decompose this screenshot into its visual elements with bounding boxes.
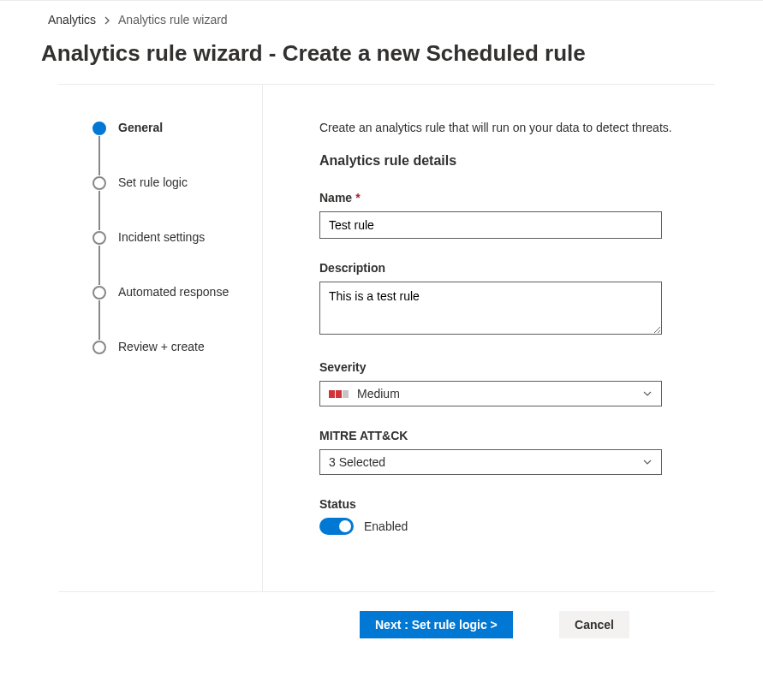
wizard-content: Create an analytics rule that will run o… — [262, 85, 715, 591]
step-label: Automated response — [118, 285, 229, 299]
step-dot-icon — [92, 122, 106, 135]
chevron-down-icon — [642, 457, 653, 467]
status-toggle[interactable] — [319, 518, 354, 535]
step-general[interactable]: General — [58, 121, 262, 175]
cancel-button[interactable]: Cancel — [559, 611, 629, 638]
severity-bars-icon — [329, 390, 349, 398]
wizard-footer: Next : Set rule logic > Cancel — [58, 591, 715, 638]
step-connector-icon — [98, 191, 100, 230]
step-set-rule-logic[interactable]: Set rule logic — [58, 175, 262, 230]
field-name: Name * — [319, 191, 689, 239]
breadcrumb-current: Analytics rule wizard — [118, 13, 228, 27]
field-severity: Severity Medium — [319, 360, 689, 406]
step-connector-icon — [98, 246, 100, 285]
step-dot-icon — [92, 341, 106, 354]
step-connector-icon — [98, 136, 100, 175]
step-label: Incident settings — [118, 230, 205, 244]
breadcrumb-root[interactable]: Analytics — [48, 13, 96, 27]
severity-label: Severity — [319, 360, 366, 374]
breadcrumb: Analytics Analytics rule wizard — [0, 1, 763, 35]
field-description: Description — [319, 261, 689, 338]
page-title: Analytics rule wizard - Create a new Sch… — [0, 35, 763, 84]
step-label: General — [118, 121, 163, 134]
chevron-right-icon — [103, 13, 111, 27]
name-input[interactable] — [319, 211, 662, 239]
mitre-value: 3 Selected — [329, 455, 385, 469]
name-label: Name — [319, 191, 352, 205]
chevron-down-icon — [642, 389, 653, 399]
intro-text: Create an analytics rule that will run o… — [319, 121, 689, 134]
mitre-label: MITRE ATT&CK — [319, 429, 408, 442]
field-status: Status Enabled — [319, 497, 689, 535]
required-asterisk-icon: * — [355, 191, 360, 205]
step-dot-icon — [92, 176, 106, 190]
next-button[interactable]: Next : Set rule logic > — [360, 611, 513, 638]
status-label: Status — [319, 497, 356, 511]
wizard-steps: General Set rule logic Incident settings… — [58, 85, 262, 591]
step-connector-icon — [98, 300, 100, 340]
step-label: Set rule logic — [118, 175, 188, 189]
toggle-knob-icon — [339, 520, 351, 532]
status-value: Enabled — [364, 519, 408, 533]
step-automated-response[interactable]: Automated response — [58, 285, 262, 340]
step-label: Review + create — [118, 340, 205, 353]
step-dot-icon — [92, 286, 106, 300]
severity-value: Medium — [357, 387, 400, 400]
mitre-select[interactable]: 3 Selected — [319, 449, 662, 475]
field-mitre: MITRE ATT&CK 3 Selected — [319, 429, 689, 475]
description-textarea[interactable] — [319, 282, 662, 335]
section-title: Analytics rule details — [319, 153, 689, 169]
severity-select[interactable]: Medium — [319, 381, 662, 406]
description-label: Description — [319, 261, 385, 275]
step-dot-icon — [92, 231, 106, 245]
step-review-create[interactable]: Review + create — [58, 340, 262, 357]
step-incident-settings[interactable]: Incident settings — [58, 230, 262, 285]
